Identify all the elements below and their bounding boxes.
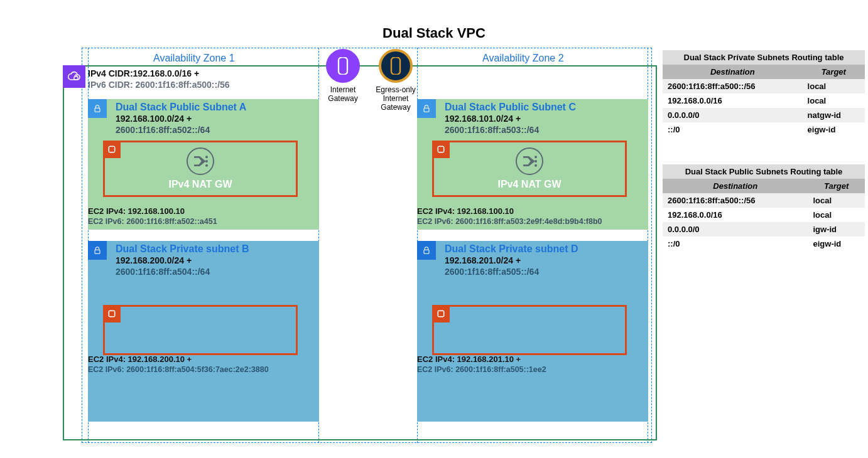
subnet-ipv6: 2600:1f16:8ff:a504::/64: [116, 266, 315, 277]
subnet-ipv6: 2600:1f16:8ff:a505::/64: [445, 266, 644, 277]
svg-rect-13: [424, 250, 429, 253]
dest-cell: 2600:1f16:8ff:a500::/56: [663, 79, 803, 93]
eigw-label-2: Internet: [373, 94, 418, 103]
vpc-ipv6-cidr: IPv6 CIDR: 2600:1f16:8ff:a500::/56: [88, 79, 230, 90]
ec2-box: IPv4 NAT GW: [103, 141, 298, 197]
internet-gateway-icon: [326, 49, 360, 83]
svg-point-4: [205, 160, 208, 162]
col-target: Target: [803, 65, 865, 79]
target-cell: eigw-id: [808, 237, 865, 251]
ec2-chip-icon: [432, 305, 450, 322]
private-subnet-d: Dual Stack Private subnet D 192.168.201.…: [417, 241, 648, 422]
table-row: 0.0.0.0/0igw-id: [663, 222, 865, 237]
nat-gateway: IPv4 NAT GW: [168, 147, 232, 190]
ec2-ipv4: EC2 IPv4: 192.168.100.10: [417, 206, 646, 216]
table-row: ::/0eigw-id: [663, 237, 865, 251]
dest-cell: 2600:1f16:8ff:a500::/56: [663, 193, 808, 208]
table-row: 2600:1f16:8ff:a500::/56local: [663, 193, 865, 208]
ec2-ipv6: EC2 IPv6: 2600:1f16:8ff:a504:5f36:7aec:2…: [88, 365, 317, 375]
dest-cell: 0.0.0.0/0: [663, 108, 803, 122]
subnet-lock-icon: [88, 99, 107, 118]
dest-cell: 192.168.0.0/16: [663, 93, 803, 108]
ec2-ipv4: EC2 IPv4: 192.168.201.10 +: [417, 354, 646, 365]
az1-label: Availability Zone 1: [153, 53, 235, 64]
col-destination: Destination: [663, 65, 803, 79]
table-row: 2600:1f16:8ff:a500::/56local: [663, 79, 865, 93]
ec2-chip-icon: [103, 305, 121, 322]
subnet-header: Dual Stack Public Subnet A 192.168.100.0…: [116, 102, 315, 136]
table-title: Dual Stack Prívate Subnets Routing table: [663, 50, 865, 65]
subnet-name: Dual Stack Private subnet B: [116, 243, 315, 255]
egress-only-internet-gateway: Egress-only Internet Gateway: [373, 49, 418, 117]
svg-rect-7: [438, 147, 444, 152]
subnet-ipv4: 192.168.201.0/24 +: [445, 255, 644, 266]
dest-cell: ::/0: [663, 237, 808, 251]
nat-gateway-label: IPv4 NAT GW: [497, 179, 561, 190]
svg-point-8: [534, 156, 537, 158]
internet-gateway: Internet Gateway: [320, 49, 366, 117]
eigw-label-1: Egress-only: [373, 85, 418, 94]
svg-rect-14: [438, 311, 444, 317]
ec2-ipv4: EC2 IPv4: 192.168.100.10: [88, 206, 317, 216]
target-cell: local: [803, 79, 865, 93]
vpc-cidrs: IPv4 CIDR:192.168.0.0/16 + IPv6 CIDR: 26…: [88, 68, 230, 90]
dest-cell: ::/0: [663, 122, 803, 137]
subnet-lock-icon: [417, 241, 436, 260]
ec2-addresses: EC2 IPv4: 192.168.100.10 EC2 IPv6: 2600:…: [88, 206, 319, 227]
subnet-header: Dual Stack Public Subnet C 192.168.101.0…: [445, 102, 644, 136]
ec2-ipv6: EC2 IPv6: 2600:1f16:8ff:a505::1ee2: [417, 365, 646, 375]
private-subnet-b: Dual Stack Private subnet B 192.168.200.…: [88, 241, 319, 422]
ec2-addresses: EC2 IPv4: 192.168.201.10 + EC2 IPv6: 260…: [417, 354, 648, 375]
table-row: 0.0.0.0/0natgw-id: [663, 108, 865, 122]
table-row: 192.168.0.0/16local: [663, 93, 865, 108]
dest-cell: 0.0.0.0/0: [663, 222, 808, 237]
public-subnet-c: Dual Stack Public Subnet C 192.168.101.0…: [417, 99, 648, 230]
subnet-ipv4: 192.168.200.0/24 +: [116, 255, 315, 266]
ec2-ipv6: EC2 IPv6: 2600:1f16:8ff:a502::a451: [88, 216, 317, 227]
ec2-chip-icon: [103, 141, 121, 158]
table-row: ::/0eigw-id: [663, 122, 865, 137]
ec2-addresses: EC2 IPv4: 192.168.200.10 + EC2 IPv6: 260…: [88, 354, 319, 375]
igw-label-1: Internet: [320, 85, 366, 94]
ec2-addresses: EC2 IPv4: 192.168.100.10 EC2 IPv6: 2600:…: [417, 206, 648, 227]
nat-gateway-label: IPv4 NAT GW: [168, 179, 232, 190]
col-target: Target: [808, 179, 865, 193]
ec2-box: [432, 305, 627, 355]
target-cell: local: [808, 193, 865, 208]
subnet-header: Dual Stack Private subnet B 192.168.200.…: [116, 243, 315, 277]
az2-label: Availability Zone 2: [482, 53, 564, 64]
subnet-name: Dual Stack Public Subnet A: [116, 102, 315, 113]
ec2-box: IPv4 NAT GW: [432, 141, 627, 197]
svg-rect-12: [109, 311, 115, 317]
nat-gateway-icon: [516, 147, 543, 175]
svg-point-5: [205, 164, 208, 167]
public-routing-table: Dual Stack Public Subnets Routing table …: [663, 164, 865, 251]
subnet-header: Dual Stack Private subnet D 192.168.201.…: [445, 243, 644, 277]
subnet-lock-icon: [88, 241, 107, 260]
ec2-ipv6: EC2 IPv6: 2600:1f16:8ff:a503:2e9f:4e8d:b…: [417, 216, 646, 227]
routing-table: Destination Target 2600:1f16:8ff:a500::/…: [663, 65, 865, 137]
target-cell: eigw-id: [803, 122, 865, 137]
nat-gateway: IPv4 NAT GW: [497, 147, 561, 190]
svg-point-10: [534, 164, 537, 167]
egress-only-internet-gateway-icon: [379, 49, 413, 83]
svg-rect-1: [95, 108, 100, 112]
target-cell: local: [808, 208, 865, 222]
subnet-name: Dual Stack Public Subnet C: [445, 102, 644, 113]
ec2-box: [103, 305, 298, 355]
table-row: 192.168.0.0/16local: [663, 208, 865, 222]
subnet-ipv6: 2600:1f16:8ff:a503::/64: [445, 124, 644, 136]
ec2-ipv4: EC2 IPv4: 192.168.200.10 +: [88, 354, 317, 365]
cloud-lock-icon: [67, 69, 82, 84]
subnet-ipv6: 2600:1f16:8ff:a502::/64: [116, 124, 315, 136]
subnet-lock-icon: [417, 99, 436, 118]
target-cell: natgw-id: [803, 108, 865, 122]
svg-rect-2: [109, 147, 115, 152]
subnet-ipv4: 192.168.100.0/24 +: [116, 113, 315, 124]
svg-point-9: [534, 160, 537, 162]
public-subnet-a: Dual Stack Public Subnet A 192.168.100.0…: [88, 99, 319, 230]
col-destination: Destination: [663, 179, 808, 193]
vpc-ipv4-cidr: IPv4 CIDR:192.168.0.0/16 +: [88, 68, 230, 79]
page-title: Dual Stack VPC: [0, 25, 868, 41]
subnet-ipv4: 192.168.101.0/24 +: [445, 113, 644, 124]
